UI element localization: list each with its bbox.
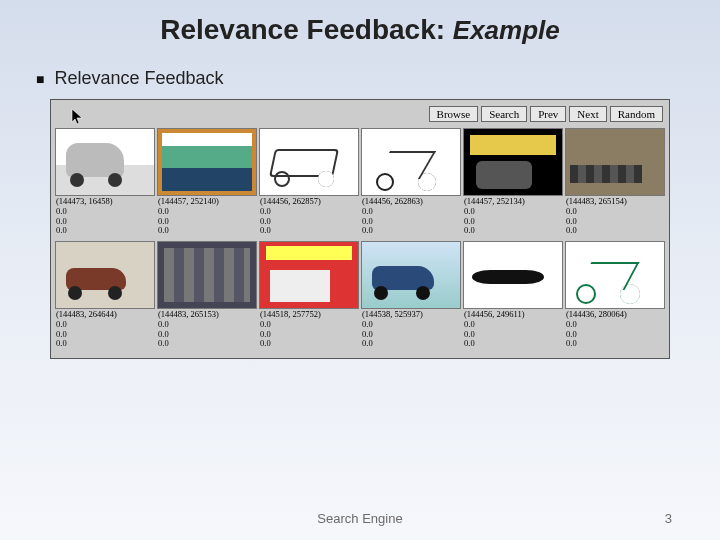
result-caption: (144436, 280064) 0.0 0.0 0.0 bbox=[565, 309, 665, 352]
result-cell[interactable]: (144456, 262863) 0.0 0.0 0.0 bbox=[361, 128, 461, 239]
result-thumbnail[interactable] bbox=[157, 241, 257, 309]
title-accent: Example bbox=[453, 15, 560, 45]
result-caption: (144456, 262857) 0.0 0.0 0.0 bbox=[259, 196, 359, 239]
search-button[interactable]: Search bbox=[481, 106, 527, 122]
bullet-square-icon: ■ bbox=[36, 71, 44, 87]
result-cell[interactable]: (144483, 265154) 0.0 0.0 0.0 bbox=[565, 128, 665, 239]
result-thumbnail[interactable] bbox=[157, 128, 257, 196]
slide-title: Relevance Feedback: Example bbox=[0, 0, 720, 46]
result-thumbnail[interactable] bbox=[259, 128, 359, 196]
footer-center: Search Engine bbox=[317, 511, 402, 526]
result-thumbnail[interactable] bbox=[463, 128, 563, 196]
result-caption: (144456, 262863) 0.0 0.0 0.0 bbox=[361, 196, 461, 239]
browse-button[interactable]: Browse bbox=[429, 106, 479, 122]
result-cell[interactable]: (144457, 252134) 0.0 0.0 0.0 bbox=[463, 128, 563, 239]
result-thumbnail[interactable] bbox=[565, 241, 665, 309]
next-button[interactable]: Next bbox=[569, 106, 606, 122]
result-caption: (144473, 16458) 0.0 0.0 0.0 bbox=[55, 196, 155, 239]
result-thumbnail[interactable] bbox=[55, 241, 155, 309]
result-cell[interactable]: (144518, 257752) 0.0 0.0 0.0 bbox=[259, 241, 359, 352]
app-window: Browse Search Prev Next Random (144473, … bbox=[50, 99, 670, 359]
result-thumbnail[interactable] bbox=[361, 128, 461, 196]
result-caption: (144483, 265154) 0.0 0.0 0.0 bbox=[565, 196, 665, 239]
result-cell[interactable]: (144538, 525937) 0.0 0.0 0.0 bbox=[361, 241, 461, 352]
bullet-item: ■ Relevance Feedback bbox=[36, 68, 720, 89]
cursor-icon bbox=[71, 108, 85, 126]
result-caption: (144483, 264644) 0.0 0.0 0.0 bbox=[55, 309, 155, 352]
prev-button[interactable]: Prev bbox=[530, 106, 566, 122]
result-caption: (144456, 249611) 0.0 0.0 0.0 bbox=[463, 309, 563, 352]
result-caption: (144457, 252134) 0.0 0.0 0.0 bbox=[463, 196, 563, 239]
results-grid: (144473, 16458) 0.0 0.0 0.0(144457, 2521… bbox=[53, 128, 667, 352]
toolbar: Browse Search Prev Next Random bbox=[53, 102, 667, 128]
result-thumbnail[interactable] bbox=[463, 241, 563, 309]
result-cell[interactable]: (144436, 280064) 0.0 0.0 0.0 bbox=[565, 241, 665, 352]
result-thumbnail[interactable] bbox=[565, 128, 665, 196]
result-caption: (144483, 265153) 0.0 0.0 0.0 bbox=[157, 309, 257, 352]
random-button[interactable]: Random bbox=[610, 106, 663, 122]
slide-number: 3 bbox=[665, 511, 672, 526]
bullet-text: Relevance Feedback bbox=[54, 68, 223, 89]
result-cell[interactable]: (144456, 249611) 0.0 0.0 0.0 bbox=[463, 241, 563, 352]
result-cell[interactable]: (144456, 262857) 0.0 0.0 0.0 bbox=[259, 128, 359, 239]
result-cell[interactable]: (144483, 265153) 0.0 0.0 0.0 bbox=[157, 241, 257, 352]
result-thumbnail[interactable] bbox=[259, 241, 359, 309]
result-cell[interactable]: (144483, 264644) 0.0 0.0 0.0 bbox=[55, 241, 155, 352]
cursor-area bbox=[57, 104, 426, 124]
title-main: Relevance Feedback: bbox=[160, 14, 453, 45]
result-caption: (144518, 257752) 0.0 0.0 0.0 bbox=[259, 309, 359, 352]
result-cell[interactable]: (144457, 252140) 0.0 0.0 0.0 bbox=[157, 128, 257, 239]
result-caption: (144457, 252140) 0.0 0.0 0.0 bbox=[157, 196, 257, 239]
result-thumbnail[interactable] bbox=[55, 128, 155, 196]
result-cell[interactable]: (144473, 16458) 0.0 0.0 0.0 bbox=[55, 128, 155, 239]
slide-footer: Search Engine 3 bbox=[0, 511, 720, 526]
result-caption: (144538, 525937) 0.0 0.0 0.0 bbox=[361, 309, 461, 352]
result-thumbnail[interactable] bbox=[361, 241, 461, 309]
